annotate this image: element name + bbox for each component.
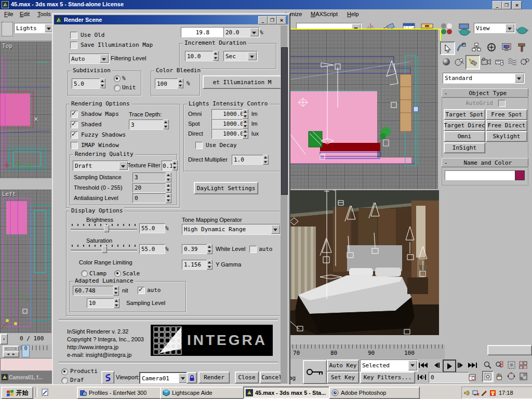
tab-modify[interactable] (455, 42, 468, 53)
free-direct-button[interactable]: Free Direct (486, 120, 527, 131)
production-radio[interactable] (61, 368, 68, 375)
trace-depth-field[interactable]: 3 (129, 119, 166, 130)
free-spot-button[interactable]: Free Spot (486, 109, 527, 120)
task-button-max-active[interactable]: 45.max - 3ds max 5 - Sta... (243, 387, 331, 399)
save-illumination-checkbox[interactable] (70, 42, 77, 49)
threshold-spinner[interactable] (166, 183, 171, 192)
partial-field-2[interactable]: 20.0 (223, 27, 260, 37)
time-prev-button[interactable]: ‹ (0, 334, 8, 344)
draft-radio[interactable] (61, 377, 68, 383)
zoom-extents-all-icon[interactable] (518, 360, 528, 370)
close-button-dialog[interactable]: Close (235, 371, 259, 383)
quicklaunch-icon[interactable] (39, 388, 51, 397)
sampling-level-spinner[interactable] (114, 298, 119, 307)
min-max-toggle-icon[interactable] (518, 371, 528, 381)
daylight-settings-button[interactable]: DayLight Settings (194, 182, 258, 194)
key-filters-button[interactable]: Key Filters... (360, 371, 415, 383)
fuzzy-shadows-checkbox[interactable] (71, 131, 78, 139)
go-start-button[interactable] (418, 361, 429, 370)
dialog-close-button[interactable]: × (277, 16, 286, 24)
create-systems-icon[interactable] (518, 56, 531, 68)
render-type-combo[interactable]: View (474, 23, 515, 33)
volume-icon[interactable] (464, 390, 471, 396)
subdivision-unit-radio[interactable] (114, 85, 121, 91)
menu-file[interactable]: File (4, 11, 14, 17)
create-cameras-icon[interactable] (480, 56, 493, 68)
menu-maxscript[interactable]: MAXScript (311, 11, 338, 17)
viewport-combo[interactable]: Camera01 (139, 372, 189, 383)
use-decay-checkbox[interactable] (195, 142, 203, 149)
omni-intensity-field[interactable]: 1000.0 (211, 109, 246, 119)
zoom-all-icon[interactable] (494, 360, 504, 370)
adapted-auto-checkbox[interactable] (138, 287, 145, 294)
current-frame-field[interactable]: 0 (429, 372, 469, 383)
viewport-top[interactable]: Top (0, 42, 51, 178)
key-mode-toggle[interactable] (417, 372, 427, 382)
task-button-lightscape[interactable]: Lightscape Aide (160, 387, 246, 399)
saturation-slider[interactable] (71, 245, 137, 253)
brightness-slider[interactable] (71, 224, 137, 232)
increment-spinner[interactable] (213, 51, 219, 60)
target-spot-button[interactable]: Target Spot (444, 109, 485, 120)
menu-help[interactable]: Help (347, 11, 359, 17)
network-icon[interactable] (472, 390, 480, 396)
track-bar-ruler[interactable]: 70 80 90 100 (289, 344, 445, 359)
y-gamma-field[interactable]: 1.156 (182, 260, 210, 270)
render-button[interactable]: Render (198, 371, 230, 383)
shadow-maps-checkbox[interactable] (71, 111, 78, 118)
antialiasing-spinner[interactable] (166, 193, 171, 202)
chevron-down-icon[interactable] (119, 162, 128, 170)
set-illumination-map-button[interactable]: et Illumination M (203, 75, 281, 89)
create-spacewarps-icon[interactable] (506, 56, 518, 68)
chevron-down-icon[interactable] (408, 361, 417, 370)
filtering-level-combo[interactable]: Auto (69, 54, 110, 64)
next-frame-button[interactable] (456, 361, 466, 370)
sampling-level-field[interactable]: 10 (87, 298, 117, 308)
set-keys-button[interactable] (303, 360, 327, 384)
set-key-button[interactable]: Set Key (327, 371, 359, 383)
adapted-luminance-spinner[interactable] (113, 286, 119, 295)
viewport-lock-button[interactable] (187, 372, 197, 383)
dialog-scrollbar[interactable] (281, 25, 287, 383)
tab-motion[interactable] (485, 42, 498, 53)
target-direct-button[interactable]: Target Direc (444, 120, 485, 131)
close-button[interactable]: × (512, 1, 522, 9)
direct-multiplier-field[interactable]: 1.0 (232, 155, 265, 165)
chevron-down-icon[interactable] (515, 74, 524, 83)
imap-window-checkbox[interactable] (71, 142, 78, 149)
shaded-checkbox[interactable] (71, 121, 78, 128)
prev-frame-button[interactable] (432, 361, 442, 370)
zoom-icon[interactable] (482, 360, 493, 370)
brightness-field[interactable]: 55.0 (139, 223, 165, 233)
increment-unit-combo[interactable]: Sec (223, 51, 258, 61)
maxscript-mini-listener[interactable] (0, 358, 55, 371)
input-pen-icon[interactable] (481, 390, 488, 396)
subdivision-pct-radio[interactable] (114, 75, 121, 82)
material-editor-icon[interactable] (439, 22, 454, 35)
create-lights-icon-selected[interactable] (466, 55, 480, 70)
auto-key-button[interactable]: Auto Key (327, 360, 359, 371)
clamp-radio[interactable] (81, 270, 88, 277)
menu-edit[interactable]: Edit (20, 11, 30, 17)
time-config-icon[interactable] (467, 372, 477, 382)
tab-hierarchy[interactable] (470, 42, 483, 53)
white-level-spinner[interactable] (207, 244, 212, 253)
go-end-button[interactable] (467, 361, 478, 370)
menu-tools[interactable]: Tools (37, 11, 51, 17)
texture-filter-spinner[interactable] (172, 161, 178, 170)
messenger-icon[interactable] (489, 390, 496, 396)
color-bleeding-field[interactable]: 100 (155, 78, 181, 89)
arc-rotate-icon[interactable] (506, 371, 516, 381)
start-button[interactable]: 开始 (1, 387, 33, 399)
partial-field-1[interactable]: 19.8 (181, 27, 224, 37)
subdivision-field[interactable]: 5.0 (72, 78, 103, 89)
chevron-down-icon[interactable] (248, 52, 257, 60)
main-titlebar[interactable]: 45.max - 3ds max 5 - Stand-alone License… (0, 0, 532, 9)
spot-spinner[interactable] (243, 119, 248, 128)
trace-depth-spinner[interactable] (163, 119, 169, 129)
time-slider[interactable]: 0 (22, 345, 30, 357)
quick-render-teapot-icon[interactable] (515, 23, 529, 36)
insight-button[interactable]: InSight (444, 142, 485, 153)
direct-multiplier-spinner[interactable] (263, 155, 269, 164)
subdivision-spinner[interactable] (100, 78, 105, 88)
